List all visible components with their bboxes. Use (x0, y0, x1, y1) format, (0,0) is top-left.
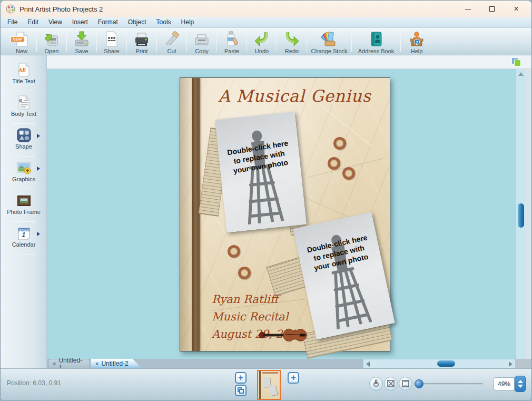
menu-edit[interactable]: Edit (23, 17, 44, 27)
graphics-icon (17, 161, 31, 175)
photo-frame-icon (17, 193, 31, 208)
tab-close-icon[interactable]: × (53, 361, 56, 367)
maximize-icon (489, 6, 495, 12)
help-button[interactable]: ? Help (401, 29, 432, 54)
close-button[interactable]: × (504, 1, 528, 17)
zoom-input[interactable]: 49% (494, 377, 515, 390)
share-button[interactable]: Share (97, 29, 126, 54)
minimize-button[interactable] (456, 1, 480, 17)
photo-placeholder-2[interactable]: Double-click here to replace with your o… (293, 212, 395, 340)
hand-icon (371, 379, 381, 388)
shape-icon (17, 128, 31, 142)
menu-view[interactable]: View (44, 17, 67, 27)
vertical-scrollbar-thumb[interactable] (518, 203, 524, 228)
scrollbar-corner (516, 359, 532, 368)
print-button[interactable]: Print (127, 29, 156, 54)
sidebar-separator (12, 221, 35, 222)
document-page: A Musical Genius (180, 77, 390, 351)
book-binding-stripe (192, 78, 200, 351)
coin-decoration (228, 245, 240, 258)
cut-icon (164, 31, 180, 47)
tools-sidebar: AB Title Text a Body Text Shape Graph (1, 55, 47, 368)
copy-icon (194, 31, 210, 47)
help-icon: ? (409, 31, 425, 47)
new-button[interactable]: NEW New (7, 29, 36, 54)
window-right-edge (525, 69, 532, 359)
zoom-to-selection-button[interactable] (384, 377, 398, 390)
pan-tool-button[interactable] (369, 377, 383, 390)
violin-graphic[interactable] (258, 324, 309, 347)
design-canvas[interactable]: A Musical Genius (47, 69, 516, 359)
duplicate-page-icon (238, 387, 244, 394)
open-button[interactable]: Open (37, 29, 66, 54)
spinner-up-icon[interactable] (518, 380, 523, 383)
add-page-before-button[interactable]: + (235, 372, 247, 384)
zoom-spinner[interactable] (515, 376, 526, 392)
paste-button[interactable]: Paste (217, 29, 247, 54)
scroll-right-arrow-icon[interactable] (509, 361, 513, 367)
address-book-button[interactable]: Address Book (352, 29, 400, 54)
zoom-slider-knob[interactable] (415, 379, 423, 388)
menu-bar: File Edit View Insert Format Object Tool… (1, 17, 532, 28)
page-title-text[interactable]: A Musical Genius (201, 86, 388, 105)
spinner-down-icon[interactable] (518, 385, 523, 388)
title-bar: Print Artist Photo Projects 2 × (1, 1, 532, 17)
document-tab-row: × Untitled-1 × Untitled-2 (47, 359, 532, 368)
current-page-thumbnail[interactable] (257, 370, 281, 400)
fit-page-button[interactable] (399, 377, 412, 390)
menu-insert[interactable]: Insert (67, 17, 93, 27)
zoom-slider[interactable] (417, 383, 483, 385)
tab-untitled-1[interactable]: × Untitled-1 (48, 359, 90, 368)
caption-line-1: Ryan Ratliff (212, 291, 304, 308)
sidebar-separator (12, 91, 35, 91)
save-icon (74, 31, 90, 47)
menu-help[interactable]: Help (176, 17, 200, 27)
maximize-button[interactable] (480, 1, 504, 17)
coin-decoration (342, 167, 355, 180)
new-document-icon: NEW (14, 31, 29, 47)
pages-panel-icon[interactable] (511, 57, 523, 67)
menu-format[interactable]: Format (93, 17, 123, 27)
horizontal-scrollbar-thumb[interactable] (437, 360, 455, 367)
undo-icon (254, 31, 270, 47)
menu-file[interactable]: File (3, 17, 23, 27)
paste-icon (224, 31, 240, 47)
sidebar-separator (12, 123, 35, 124)
sidebar-item-body-text[interactable]: a Body Text (1, 95, 47, 120)
status-bar: Position: 6.03, 0.91 + + (1, 368, 532, 401)
add-page-after-button[interactable]: + (288, 372, 299, 384)
scroll-up-arrow-icon[interactable] (518, 72, 524, 76)
horizontal-scrollbar[interactable] (363, 359, 516, 368)
sidebar-item-graphics[interactable]: Graphics (1, 161, 47, 185)
change-stock-button[interactable]: Change Stock (307, 29, 351, 54)
close-icon: × (514, 5, 518, 13)
sidebar-item-photo-frame[interactable]: Photo Frame (1, 193, 47, 218)
redo-button[interactable]: Redo (277, 29, 307, 54)
window-title: Print Artist Photo Projects 2 (19, 5, 103, 13)
flyout-arrow-icon (37, 167, 40, 171)
cut-button[interactable]: Cut (157, 29, 186, 54)
menu-tools[interactable]: Tools (152, 17, 176, 27)
page-left-edge (180, 78, 192, 351)
tab-untitled-2[interactable]: × Untitled-2 (91, 359, 142, 368)
vertical-scrollbar[interactable] (516, 69, 525, 359)
sidebar-item-shape[interactable]: Shape (1, 128, 47, 152)
body-text-icon: a (17, 95, 31, 110)
change-stock-icon (321, 31, 337, 47)
zoom-selection-icon (386, 379, 396, 388)
undo-button[interactable]: Undo (247, 29, 277, 54)
copy-button[interactable]: Copy (187, 29, 216, 54)
sidebar-item-calendar[interactable]: MARCH 1 Calendar (1, 226, 47, 250)
menu-object[interactable]: Object (123, 17, 152, 27)
duplicate-page-button[interactable] (235, 385, 247, 396)
photo-placeholder-1[interactable]: Double-click here to replace with your o… (215, 112, 307, 233)
app-window: Print Artist Photo Projects 2 × File Edi… (0, 0, 532, 401)
save-button[interactable]: Save (67, 29, 96, 54)
sidebar-item-title-text[interactable]: AB Title Text (1, 63, 47, 87)
address-book-icon (368, 31, 384, 47)
tab-close-icon[interactable]: × (95, 361, 98, 367)
window-controls: × (456, 1, 528, 17)
plus-icon: + (238, 374, 243, 382)
calendar-icon: MARCH 1 (17, 226, 31, 240)
scroll-left-arrow-icon[interactable] (366, 361, 370, 367)
